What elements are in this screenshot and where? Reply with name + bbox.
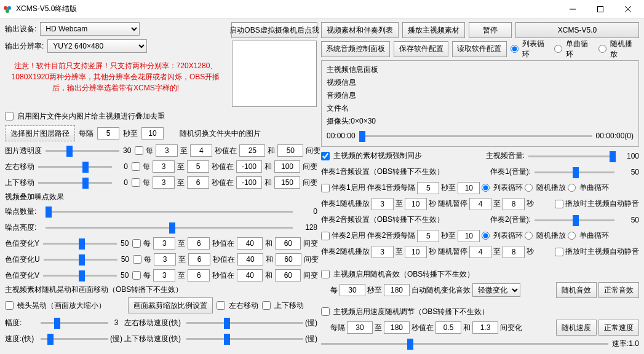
speed-slider[interactable] bbox=[41, 333, 108, 344]
out-res-select[interactable]: YUY2 640×480 bbox=[47, 39, 147, 53]
loop-random-radio[interactable] bbox=[598, 45, 606, 53]
colu-ev-lo[interactable] bbox=[237, 253, 263, 266]
sfx-enable-checkbox[interactable] bbox=[321, 270, 330, 278]
interval-a-input[interactable] bbox=[97, 127, 119, 140]
coly-ev-b[interactable] bbox=[188, 237, 210, 250]
overlay-enable-checkbox[interactable] bbox=[5, 112, 14, 120]
colu-ev-b[interactable] bbox=[188, 253, 210, 266]
lens-jitter-checkbox[interactable] bbox=[5, 301, 14, 310]
sfx-normal-button[interactable]: 正常音效 bbox=[598, 282, 639, 298]
ud-ev-lo[interactable] bbox=[236, 176, 262, 189]
speed-random-button[interactable]: 随机速度 bbox=[556, 320, 597, 336]
force-sync-checkbox[interactable] bbox=[321, 152, 330, 160]
colv-ev-a[interactable] bbox=[153, 269, 175, 281]
spd-a[interactable] bbox=[347, 321, 373, 334]
acc1-r1[interactable] bbox=[482, 184, 490, 192]
coly-ev-hi[interactable] bbox=[275, 237, 301, 250]
acc2-enable-checkbox[interactable] bbox=[321, 232, 330, 240]
lr-move-slider[interactable] bbox=[38, 161, 112, 172]
lr-ev-hi[interactable] bbox=[274, 160, 300, 173]
opacity-ev-a[interactable] bbox=[156, 144, 178, 157]
colv-every-checkbox[interactable] bbox=[132, 271, 141, 280]
colu-every-checkbox[interactable] bbox=[133, 255, 141, 264]
interval-b-input[interactable] bbox=[141, 127, 164, 140]
img-opacity-slider[interactable] bbox=[46, 145, 119, 156]
ud-move-slider[interactable] bbox=[38, 177, 112, 188]
colv-ev-b[interactable] bbox=[188, 269, 210, 281]
coly-slider[interactable] bbox=[43, 238, 117, 249]
colv-ev-lo[interactable] bbox=[237, 269, 263, 281]
acc1-a[interactable] bbox=[417, 182, 439, 194]
close-button[interactable] bbox=[614, 0, 642, 18]
acc1-enable-checkbox[interactable] bbox=[321, 184, 330, 192]
acc1-vol-slider[interactable] bbox=[535, 167, 614, 178]
start-obs-button[interactable]: 启动OBS虚拟摄像机后点我 bbox=[231, 22, 317, 38]
opacity-every-checkbox[interactable] bbox=[135, 146, 143, 155]
acc1-r2[interactable] bbox=[525, 184, 533, 192]
lr-ev-lo[interactable] bbox=[236, 160, 262, 173]
save-config-button[interactable]: 保存软件配置 bbox=[394, 41, 448, 57]
acc1-r3[interactable] bbox=[568, 184, 576, 192]
acc2-ra[interactable] bbox=[372, 246, 394, 258]
opacity-ev-hi[interactable] bbox=[277, 144, 303, 157]
ud-ev-a[interactable] bbox=[153, 176, 175, 189]
acc2-vol-slider[interactable] bbox=[535, 214, 614, 226]
pick-image-path-button[interactable]: 选择图片图层路径 bbox=[5, 125, 75, 141]
pause-button[interactable]: 暂停 bbox=[469, 22, 512, 38]
noise-count-slider[interactable] bbox=[46, 206, 293, 217]
maximize-button[interactable] bbox=[586, 0, 614, 18]
media-list-button[interactable]: 视频素材和伴奏列表 bbox=[321, 22, 399, 38]
coly-every-checkbox[interactable] bbox=[132, 239, 141, 248]
ud-speed-slider[interactable] bbox=[186, 333, 303, 344]
opacity-ev-lo[interactable] bbox=[239, 144, 265, 157]
sfx-a[interactable] bbox=[340, 284, 365, 296]
colu-ev-a[interactable] bbox=[154, 253, 176, 266]
acc2-pb[interactable] bbox=[503, 246, 525, 258]
acc2-r1[interactable] bbox=[482, 232, 490, 240]
spd-vb[interactable] bbox=[472, 321, 498, 334]
crop-scale-button[interactable]: 画面裁剪缩放比例设置 bbox=[128, 297, 213, 313]
sfx-level-select[interactable]: 轻微变化 bbox=[472, 283, 520, 297]
colv-ev-hi[interactable] bbox=[275, 269, 301, 281]
speed-normal-button[interactable]: 正常速度 bbox=[598, 320, 639, 336]
speed-enable-checkbox[interactable] bbox=[321, 307, 330, 316]
lrmove-every-checkbox[interactable] bbox=[132, 162, 140, 171]
play-main-button[interactable]: 播放主视频素材 bbox=[402, 22, 465, 38]
acc1-ra[interactable] bbox=[372, 198, 394, 210]
sfx-b[interactable] bbox=[384, 284, 410, 296]
acc2-rb[interactable] bbox=[405, 246, 427, 258]
acc1-rb[interactable] bbox=[405, 198, 427, 210]
opacity-ev-b[interactable] bbox=[190, 144, 212, 157]
main-vol-slider[interactable] bbox=[528, 151, 614, 162]
lr-speed-slider[interactable] bbox=[186, 317, 303, 328]
acc2-a[interactable] bbox=[417, 230, 439, 242]
amp-slider[interactable] bbox=[41, 317, 108, 328]
acc1-pb[interactable] bbox=[503, 198, 525, 210]
brand-button[interactable]: XCMS-V5.0 bbox=[515, 22, 639, 38]
coly-ev-lo[interactable] bbox=[237, 237, 263, 250]
acc2-b[interactable] bbox=[458, 230, 480, 242]
colu-slider[interactable] bbox=[44, 254, 117, 265]
ud-ev-hi[interactable] bbox=[274, 176, 300, 189]
lr-ev-a[interactable] bbox=[153, 160, 175, 173]
colv-slider[interactable] bbox=[43, 270, 117, 281]
out-device-select[interactable]: HD Webcam bbox=[40, 22, 140, 36]
spd-b[interactable] bbox=[384, 321, 410, 334]
udmove-checkbox2[interactable] bbox=[262, 301, 271, 310]
acc2-r2[interactable] bbox=[525, 232, 533, 240]
acc1-b[interactable] bbox=[458, 182, 480, 194]
colu-ev-hi[interactable] bbox=[276, 253, 301, 266]
loop-single-radio[interactable] bbox=[554, 45, 562, 53]
rate-slider[interactable] bbox=[321, 338, 608, 349]
udmove-every-checkbox[interactable] bbox=[132, 178, 140, 187]
acc2-automute-checkbox[interactable] bbox=[555, 248, 563, 256]
acc2-pa[interactable] bbox=[469, 246, 491, 258]
load-config-button[interactable]: 读取软件配置 bbox=[452, 41, 507, 57]
minimize-button[interactable] bbox=[559, 0, 586, 18]
lr-ev-b[interactable] bbox=[187, 160, 209, 173]
acc2-r3[interactable] bbox=[568, 232, 576, 240]
spd-va[interactable] bbox=[435, 321, 461, 334]
noise-bright-slider[interactable] bbox=[46, 222, 293, 233]
loop-list-radio[interactable] bbox=[511, 45, 519, 53]
ud-ev-b[interactable] bbox=[187, 176, 209, 189]
